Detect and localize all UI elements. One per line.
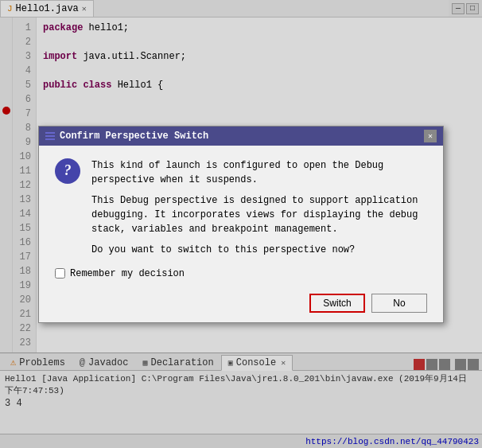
confirm-dialog: Confirm Perspective Switch ✕ ? This kind…: [38, 126, 444, 323]
dialog-message-3: Do you want to switch to this perspectiv…: [91, 243, 427, 257]
titlebar-icon: [45, 132, 55, 140]
titlebar-left: Confirm Perspective Switch: [45, 131, 208, 142]
dialog-body: ? This kind of launch is configured to o…: [39, 146, 443, 322]
no-button[interactable]: No: [371, 294, 427, 313]
dialog-buttons: Switch No: [55, 290, 427, 313]
remember-decision-row: Remember my decision: [55, 265, 427, 282]
dialog-message-1: This kind of launch is configured to ope…: [91, 158, 427, 187]
switch-button[interactable]: Switch: [309, 294, 365, 313]
dialog-close-button[interactable]: ✕: [424, 130, 437, 142]
dialog-message-2: This Debug perspective is designed to su…: [91, 193, 427, 236]
dialog-messages: This kind of launch is configured to ope…: [91, 158, 427, 257]
dialog-title: Confirm Perspective Switch: [60, 131, 208, 142]
dialog-titlebar: Confirm Perspective Switch ✕: [39, 127, 443, 146]
dialog-top-row: ? This kind of launch is configured to o…: [55, 158, 427, 257]
remember-label: Remember my decision: [70, 268, 185, 279]
modal-overlay: Confirm Perspective Switch ✕ ? This kind…: [0, 0, 482, 448]
dialog-info-icon: ?: [55, 158, 80, 184]
remember-checkbox[interactable]: [55, 268, 65, 279]
